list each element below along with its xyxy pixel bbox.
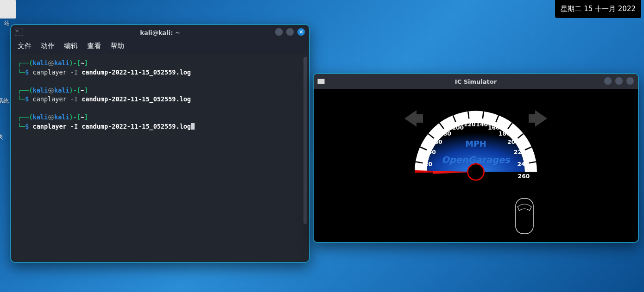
app-window-icon bbox=[317, 79, 325, 84]
gauge-tick-label: 80 bbox=[443, 130, 451, 137]
desktop-icon-label: 夹 bbox=[0, 133, 3, 141]
gauge-tick-label: 260 bbox=[518, 173, 530, 180]
speedometer-gauge: 20406080100120140160180200220240260 MPH … bbox=[399, 103, 552, 184]
clock-date-badge[interactable]: 星期二 15 十一月 2022 bbox=[555, 0, 641, 18]
prompt-line: ┌──(kali㉿kali)-[~] bbox=[18, 86, 303, 95]
trash-icon bbox=[0, 0, 16, 19]
desktop-icon[interactable]: 系统 bbox=[0, 97, 9, 105]
terminal-body[interactable]: ┌──(kali㉿kali)-[~] └─$ canplayer -I cand… bbox=[12, 54, 308, 261]
desktop-icon-label: 系统 bbox=[0, 97, 9, 105]
gauge-tick-label: 120 bbox=[464, 121, 476, 128]
car-outline-icon bbox=[513, 197, 536, 236]
prompt-line: ┌──(kali㉿kali)-[~] bbox=[18, 113, 303, 122]
menu-help[interactable]: 帮助 bbox=[110, 42, 124, 50]
desktop-icon[interactable]: 夹 bbox=[0, 133, 3, 141]
text-cursor-icon bbox=[191, 123, 195, 130]
gauge-tick-label: 160 bbox=[488, 124, 500, 131]
command-line: └─$ canplayer -I candump-2022-11-15_0525… bbox=[18, 95, 303, 104]
minimize-button[interactable] bbox=[604, 77, 612, 85]
command-line: └─$ canplayer -I candump-2022-11-15_0525… bbox=[18, 68, 303, 77]
gauge-unit-label: MPH bbox=[465, 139, 486, 149]
terminal-menubar: 文件 动作 编辑 查看 帮助 bbox=[11, 40, 309, 54]
svg-line-0 bbox=[415, 177, 423, 177]
terminal-titlebar[interactable]: kali@kali: ~ ✕ bbox=[11, 25, 309, 40]
menu-view[interactable]: 查看 bbox=[87, 42, 101, 50]
gauge-tick-label: 20 bbox=[424, 161, 432, 168]
terminal-app-icon bbox=[15, 29, 23, 36]
maximize-button[interactable] bbox=[615, 77, 623, 85]
gauge-tick-label: 200 bbox=[507, 139, 519, 145]
minimize-button[interactable] bbox=[275, 28, 283, 36]
gauge-tick-label: 100 bbox=[452, 124, 464, 131]
gauge-tick-label: 140 bbox=[476, 121, 488, 128]
svg-line-13 bbox=[530, 177, 537, 177]
menu-action[interactable]: 动作 bbox=[41, 42, 55, 50]
maximize-button[interactable] bbox=[286, 28, 294, 36]
gauge-tick-label: 180 bbox=[499, 130, 511, 137]
gauge-tick-label: 40 bbox=[428, 149, 436, 155]
menu-file[interactable]: 文件 bbox=[18, 42, 32, 50]
close-button[interactable]: ✕ bbox=[297, 28, 305, 36]
gauge-tick-label: 220 bbox=[514, 149, 526, 155]
terminal-window: kali@kali: ~ ✕ 文件 动作 编辑 查看 帮助 ┌──(kali㉿k… bbox=[10, 24, 310, 263]
desktop-icon[interactable]: 站 bbox=[0, 0, 16, 27]
window-controls bbox=[604, 77, 634, 85]
gauge-tick-label: 240 bbox=[518, 161, 530, 168]
terminal-scrollbar[interactable] bbox=[303, 57, 307, 224]
prompt-line: ┌──(kali㉿kali)-[~] bbox=[18, 59, 303, 68]
ic-body: 20406080100120140160180200220240260 MPH … bbox=[314, 89, 638, 242]
terminal-title: kali@kali: ~ bbox=[11, 29, 309, 36]
command-line-active: └─$ canplayer -I candump-2022-11-15_0525… bbox=[18, 122, 303, 131]
close-button[interactable] bbox=[626, 77, 634, 85]
ic-titlebar[interactable]: IC Simulator bbox=[314, 74, 638, 89]
gauge-tick-label: 60 bbox=[435, 139, 442, 145]
svg-point-14 bbox=[467, 164, 484, 180]
ic-simulator-window: IC Simulator 2040 bbox=[313, 73, 639, 243]
window-controls: ✕ bbox=[275, 28, 305, 36]
ic-window-title: IC Simulator bbox=[314, 78, 638, 85]
menu-edit[interactable]: 编辑 bbox=[64, 42, 78, 50]
